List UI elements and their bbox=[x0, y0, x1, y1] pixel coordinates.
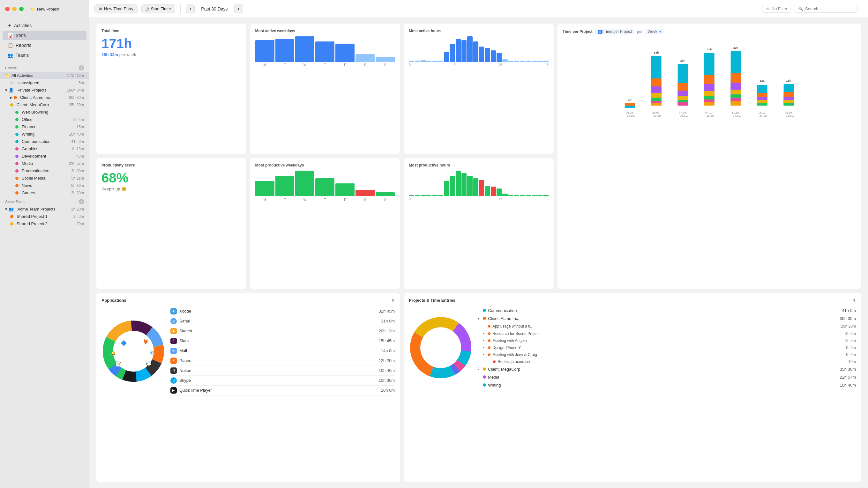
svg-text:11.10.: 11.10. bbox=[732, 111, 740, 114]
most-active-hours-title: Most active hours bbox=[409, 29, 549, 33]
share-projects-icon[interactable]: ⬆ bbox=[852, 298, 856, 303]
svg-text:16h: 16h bbox=[786, 79, 792, 82]
start-timer-button[interactable]: ◷ Start Timer bbox=[142, 4, 176, 13]
week-selector[interactable]: Week ▼ bbox=[645, 29, 664, 34]
svg-rect-3 bbox=[624, 103, 635, 105]
tree-item-private-projects[interactable]: ▾ 👤 Private Projects 168h 54m bbox=[0, 87, 89, 94]
chevron-down-icon2: ▾ bbox=[5, 207, 7, 212]
sidebar: 📁 New Project ✦ Activities 📊 Stats 📋 Rep… bbox=[0, 0, 89, 488]
sidebar-item-activities[interactable]: ✦ Activities bbox=[3, 21, 87, 30]
apps-content: 🔷 🦊 💎 💬 📝 🔔 ✦ Xcode 32h 45m bbox=[101, 306, 395, 396]
bar-thu bbox=[315, 41, 335, 62]
share-icon[interactable]: ⬆ bbox=[391, 298, 395, 303]
svg-rect-13 bbox=[651, 103, 661, 105]
most-productive-hours-title: Most productive hours bbox=[409, 163, 549, 167]
svg-text:42h: 42h bbox=[733, 46, 738, 50]
next-button[interactable]: › bbox=[234, 4, 243, 13]
svg-text:27.09.: 27.09. bbox=[679, 111, 687, 114]
apps-donut-chart: 🔷 🦊 💎 💬 📝 🔔 bbox=[101, 319, 165, 383]
new-project-label: New Project bbox=[37, 7, 59, 11]
svg-rect-58 bbox=[783, 103, 794, 105]
app-row-notion: N Notion 10h 40m bbox=[170, 366, 395, 376]
productivity-value: 68% bbox=[101, 171, 241, 185]
add-acme-button[interactable]: + bbox=[79, 199, 84, 204]
chevron-right-icon: ▸ bbox=[10, 95, 12, 100]
tree-item-all-activities[interactable]: 📁 All Activities 171h 19m bbox=[0, 72, 89, 79]
proj-row-research: ▸ Research for Secret Proje... 3h 0m bbox=[483, 330, 856, 337]
most-productive-weekdays-card: Most productive weekdays M bbox=[250, 158, 400, 289]
tree-item-graphics[interactable]: Graphics 1h 13m bbox=[0, 145, 89, 153]
sidebar-item-stats[interactable]: 📊 Stats bbox=[3, 31, 87, 40]
svg-text:– 03.10.: – 03.10. bbox=[651, 114, 661, 118]
time-project-title: Time per Project bbox=[563, 29, 593, 34]
projects-list: Communication 41h 0m ▾ Client: Acme Inc.… bbox=[478, 306, 856, 389]
date-nav: ‹ Past 30 Days › bbox=[186, 4, 243, 13]
maximize-button[interactable] bbox=[19, 7, 24, 11]
add-private-button[interactable]: + bbox=[79, 65, 84, 70]
svg-rect-32 bbox=[704, 102, 714, 105]
tree-item-social-media[interactable]: Social Media 5h 21m bbox=[0, 174, 89, 182]
new-time-entry-button[interactable]: ⊕ New Time Entry bbox=[94, 4, 137, 13]
app-container: 📁 New Project ✦ Activities 📊 Stats 📋 Rep… bbox=[0, 0, 868, 488]
app-row-mail: ✉ Mail 14h 0m bbox=[170, 346, 395, 356]
tree-item-games[interactable]: Games 3h 30m bbox=[0, 189, 89, 196]
tree-item-news[interactable]: News 5h 39m bbox=[0, 182, 89, 189]
applications-card: Applications ⬆ bbox=[96, 293, 400, 482]
svg-text:26.09.: 26.09. bbox=[626, 111, 634, 114]
tree-item-development[interactable]: Development 45m bbox=[0, 153, 89, 160]
bar-sun bbox=[376, 57, 395, 62]
filter-button[interactable]: ⊜ No Filter bbox=[762, 5, 792, 13]
search-input[interactable] bbox=[805, 6, 854, 11]
total-time-sub: 28h 33m per week bbox=[101, 52, 241, 57]
tree-item-communication[interactable]: Communication 41h 0m bbox=[0, 138, 89, 145]
person-icon: 👤 bbox=[9, 88, 14, 93]
app-row-xcode: ✦ Xcode 32h 45m bbox=[170, 306, 395, 316]
proj-row-meeting-jony: ▸ Meeting with Jony & Craig 1h 0m bbox=[483, 351, 856, 358]
tree-item-acme-team-projects[interactable]: ▾ 👥 Acme Team Projects 2h 20m bbox=[0, 205, 89, 213]
tree-item-web-browsing[interactable]: Web Browsing bbox=[0, 108, 89, 116]
svg-text:25.10.: 25.10. bbox=[785, 111, 793, 114]
bar-wed bbox=[295, 36, 314, 62]
private-section-header: Private + bbox=[0, 63, 89, 72]
new-project-button[interactable]: 📁 New Project bbox=[30, 7, 59, 11]
search-box[interactable]: 🔍 bbox=[794, 5, 858, 13]
svg-text:29h: 29h bbox=[680, 59, 685, 62]
prev-button[interactable]: ‹ bbox=[186, 4, 195, 13]
tree-item-office[interactable]: Office 2h 4m bbox=[0, 116, 89, 123]
tree-item-unassigned[interactable]: ⊙ Unassigned 5m bbox=[0, 79, 89, 87]
svg-text:18.10.: 18.10. bbox=[758, 111, 766, 114]
tree-item-writing[interactable]: Writing 10h 40m bbox=[0, 130, 89, 138]
app-row-safari: ◎ Safari 31h 0m bbox=[170, 316, 395, 326]
bar-sat bbox=[355, 54, 375, 62]
stats-icon: 📊 bbox=[8, 33, 13, 38]
svg-text:🦊: 🦊 bbox=[143, 339, 149, 345]
chevron-down-icon: ▾ bbox=[5, 88, 7, 93]
tree-item-finance[interactable]: Finance 15m bbox=[0, 123, 89, 130]
tree-item-shared-project-2[interactable]: Shared Project 2 20m bbox=[0, 220, 89, 227]
sidebar-titlebar: 📁 New Project bbox=[0, 0, 89, 18]
topbar: ⊕ New Time Entry ◷ Start Timer ‹ Past 30… bbox=[89, 0, 868, 18]
time-project-selector[interactable]: ≡ Time per Project bbox=[595, 29, 634, 34]
sidebar-item-reports[interactable]: 📋 Reports bbox=[3, 40, 87, 50]
tree-item-media[interactable]: Media 22h 57m bbox=[0, 160, 89, 167]
traffic-lights bbox=[5, 7, 24, 11]
minimize-button[interactable] bbox=[12, 7, 17, 11]
most-productive-weekdays-title: Most productive weekdays bbox=[255, 163, 395, 167]
projects-card: Projects & Time Entries ⬆ bbox=[404, 293, 861, 482]
tree-item-client-acme[interactable]: ▸ Client: Acme Inc. 36h 30m bbox=[0, 94, 89, 101]
svg-text:– 10.10.: – 10.10. bbox=[704, 114, 714, 118]
proj-row-redesign: Redesign acme.com 10m bbox=[488, 358, 856, 365]
proj-row-communication: Communication 41h 0m bbox=[478, 306, 856, 315]
topbar-right: ⊜ No Filter 🔍 bbox=[762, 5, 863, 13]
app-row-messages: 💬 Messages 5h 15m bbox=[170, 395, 395, 396]
proj-row-megacorp: ▸ Client: MegaCorp 35h 30m bbox=[478, 365, 856, 373]
tree-item-shared-project-1[interactable]: Shared Project 1 2h 0m bbox=[0, 213, 89, 220]
folder-icon: 📁 bbox=[30, 7, 35, 11]
tree-item-procrastination[interactable]: Procrastination 3h 30m bbox=[0, 167, 89, 174]
main-content: ⊕ New Time Entry ◷ Start Timer ‹ Past 30… bbox=[89, 0, 868, 488]
sidebar-item-teams[interactable]: 👥 Teams bbox=[3, 51, 87, 60]
tree-item-client-megacorp[interactable]: Client: MegaCorp 35h 30m bbox=[0, 101, 89, 108]
app-row-quicktime: ▶ QuickTime Player 10h 0m bbox=[170, 386, 395, 395]
close-button[interactable] bbox=[5, 7, 9, 11]
apps-list: ✦ Xcode 32h 45m ◎ Safari 31h 0m ◆ Sketch bbox=[170, 306, 395, 396]
